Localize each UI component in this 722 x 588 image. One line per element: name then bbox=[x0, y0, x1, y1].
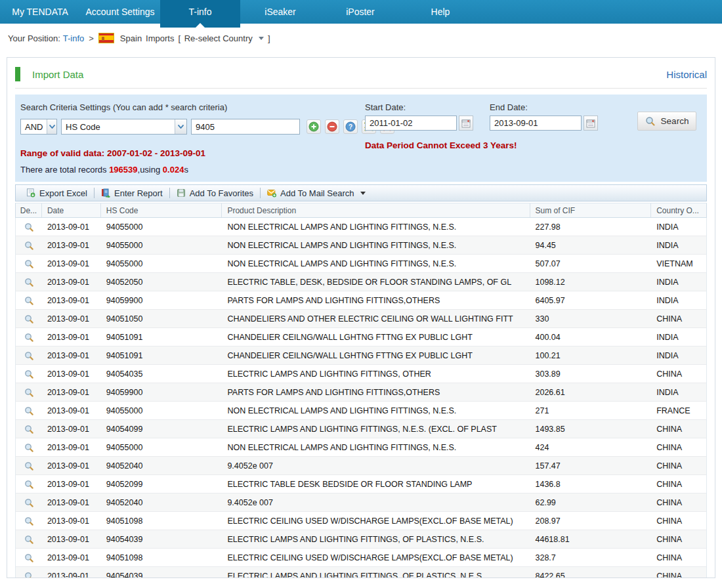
column-header-hs-code[interactable]: HS Code bbox=[101, 203, 223, 217]
cell-description: ELECTRIC TABLE DESK BEDSIDE OR FLOOR STA… bbox=[222, 480, 530, 489]
panel-header: Import Data Historical bbox=[7, 58, 715, 88]
cell-sum-of-cif: 328.7 bbox=[530, 553, 652, 562]
toolbar-separator bbox=[94, 188, 95, 198]
operator-select[interactable]: AND bbox=[20, 119, 57, 135]
end-date-input[interactable] bbox=[490, 116, 582, 131]
column-header-detail[interactable]: De... bbox=[16, 203, 42, 217]
enter-report-label: Enter Report bbox=[114, 188, 163, 198]
export-excel-icon bbox=[26, 188, 35, 198]
dropdown-caret-icon bbox=[360, 192, 366, 195]
cell-date: 2013-09-01 bbox=[42, 406, 101, 415]
table-row: 2013-09-01 94055000 NON ELECTRICAL LAMPS… bbox=[16, 438, 706, 457]
reselect-country-dropdown[interactable]: [ Re-select Country ] bbox=[178, 33, 270, 43]
row-detail-button[interactable] bbox=[16, 498, 42, 507]
field-select[interactable]: HS Code bbox=[61, 119, 187, 135]
cell-sum-of-cif: 100.21 bbox=[530, 351, 652, 360]
cell-country: INDIA bbox=[651, 296, 706, 305]
nav-t-info[interactable]: T-info bbox=[160, 0, 240, 28]
start-date-calendar-button[interactable] bbox=[459, 116, 473, 131]
row-detail-button[interactable] bbox=[16, 425, 42, 434]
cell-country: CHINA bbox=[651, 443, 706, 452]
nav-my-tendata[interactable]: My TENDATA bbox=[0, 0, 80, 24]
cell-date: 2013-09-01 bbox=[42, 259, 101, 268]
cell-date: 2013-09-01 bbox=[42, 333, 101, 342]
row-detail-button[interactable] bbox=[16, 222, 42, 232]
criteria-row: AND HS Code ? 英 西 bbox=[20, 119, 707, 135]
breadcrumb-tinfo-link[interactable]: T-info bbox=[63, 33, 85, 43]
remove-criteria-button[interactable] bbox=[325, 119, 339, 134]
add-to-favorites-button[interactable]: Add To Favorites bbox=[171, 185, 259, 201]
row-detail-button[interactable] bbox=[16, 572, 42, 579]
cell-description: NON ELECTRICAL LAMPS AND LIGHTING FITTIN… bbox=[222, 443, 530, 452]
row-detail-button[interactable] bbox=[16, 314, 42, 324]
row-detail-button[interactable] bbox=[16, 333, 42, 342]
help-button[interactable]: ? bbox=[343, 119, 358, 134]
column-header-description[interactable]: Product Description bbox=[222, 203, 530, 217]
column-header-country[interactable]: Country O... bbox=[651, 203, 706, 217]
cell-date: 2013-09-01 bbox=[42, 461, 101, 471]
row-detail-button[interactable] bbox=[16, 406, 42, 415]
row-detail-button[interactable] bbox=[16, 351, 42, 360]
keyword-input[interactable] bbox=[191, 119, 300, 135]
add-criteria-button[interactable] bbox=[307, 119, 321, 134]
table-row: 2013-09-01 94051098 ELECTRIC CEILING USE… bbox=[16, 512, 706, 530]
start-date-input[interactable] bbox=[365, 116, 457, 131]
row-detail-button[interactable] bbox=[16, 535, 42, 544]
row-detail-button[interactable] bbox=[16, 241, 42, 250]
row-detail-button[interactable] bbox=[16, 553, 42, 562]
end-date-label: End Date: bbox=[490, 102, 598, 112]
breadcrumb-trade-type: Imports bbox=[146, 33, 174, 43]
nav-iposter[interactable]: iPoster bbox=[320, 0, 400, 24]
magnifier-icon bbox=[24, 351, 33, 360]
breadcrumb-country: Spain bbox=[120, 33, 142, 43]
historical-link[interactable]: Historical bbox=[666, 69, 707, 80]
cell-country: CHINA bbox=[651, 572, 706, 579]
end-date-calendar-button[interactable] bbox=[584, 116, 598, 131]
search-icon bbox=[645, 116, 656, 127]
nav-account-settings[interactable]: Account Settings bbox=[80, 0, 160, 24]
nav-help[interactable]: Help bbox=[400, 0, 480, 24]
start-date-group: Start Date: bbox=[365, 102, 473, 131]
enter-report-button[interactable]: Enter Report bbox=[96, 185, 168, 201]
magnifier-icon bbox=[24, 406, 33, 415]
records-count: 196539 bbox=[109, 165, 137, 175]
cell-date: 2013-09-01 bbox=[42, 535, 101, 544]
table-row: 2013-09-01 94054035 ELECTRIC LAMPS AND L… bbox=[16, 365, 706, 383]
enter-report-icon bbox=[101, 188, 110, 198]
bracket-open: [ bbox=[178, 33, 180, 43]
row-detail-button[interactable] bbox=[16, 259, 42, 268]
magnifier-icon bbox=[24, 516, 33, 526]
row-detail-button[interactable] bbox=[16, 480, 42, 489]
magnifier-icon bbox=[24, 443, 33, 452]
add-to-mail-search-button[interactable]: Add To Mail Search bbox=[262, 185, 371, 201]
nav-iseaker[interactable]: iSeaker bbox=[240, 0, 320, 24]
row-detail-button[interactable] bbox=[16, 278, 42, 287]
row-detail-button[interactable] bbox=[16, 443, 42, 452]
toolbar-separator bbox=[260, 188, 261, 198]
breadcrumb: Your Position: T-info > Spain Imports [ … bbox=[0, 24, 722, 52]
records-summary: There are total records 196539,using 0.0… bbox=[20, 165, 707, 175]
row-detail-button[interactable] bbox=[16, 296, 42, 305]
cell-date: 2013-09-01 bbox=[42, 222, 101, 232]
cell-description: NON ELECTRICAL LAMPS AND LIGHTING FITTIN… bbox=[222, 259, 530, 268]
row-detail-button[interactable] bbox=[16, 461, 42, 471]
cell-sum-of-cif: 208.97 bbox=[530, 516, 652, 526]
breadcrumb-position-label: Your Position: bbox=[8, 33, 60, 43]
add-to-mail-search-icon bbox=[267, 188, 276, 198]
table-row: 2013-09-01 94054039 ELECTRIC LAMPS AND L… bbox=[16, 530, 706, 549]
column-header-sum-of-cif[interactable]: Sum of CIF bbox=[530, 203, 652, 217]
table-row: 2013-09-01 94055000 NON ELECTRICAL LAMPS… bbox=[16, 218, 706, 236]
valid-range-text: Range of valid data: 2007-01-02 - 2013-0… bbox=[20, 148, 707, 158]
cell-date: 2013-09-01 bbox=[42, 572, 101, 579]
search-button[interactable]: Search bbox=[637, 112, 696, 131]
cell-hs-code: 94051098 bbox=[101, 553, 223, 562]
row-detail-button[interactable] bbox=[16, 369, 42, 379]
export-excel-button[interactable]: Export Excel bbox=[21, 185, 93, 201]
cell-country: CHINA bbox=[651, 480, 706, 489]
column-header-date[interactable]: Date bbox=[42, 203, 101, 217]
cell-country: INDIA bbox=[651, 278, 706, 287]
cell-hs-code: 94052099 bbox=[101, 480, 223, 489]
row-detail-button[interactable] bbox=[16, 388, 42, 397]
row-detail-button[interactable] bbox=[16, 516, 42, 526]
criteria-settings-label: Search Criteria Settings (You can add * … bbox=[20, 102, 707, 112]
